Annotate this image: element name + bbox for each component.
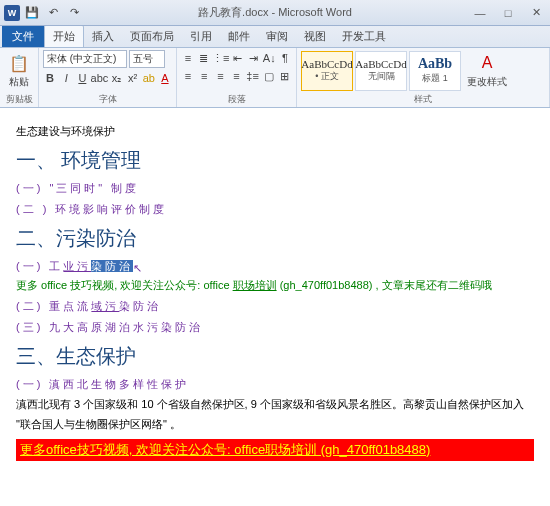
justify-icon[interactable]: ≡ — [229, 68, 243, 84]
styles-group-label: 样式 — [301, 93, 545, 107]
body-line: 生态建设与环境保护 — [16, 122, 534, 142]
tab-view[interactable]: 视图 — [296, 26, 334, 47]
group-styles: AaBbCcDd • 正文 AaBbCcDd 无间隔 AaBb 标题 1 A 更… — [297, 48, 550, 107]
heading-1: 一、 环境管理 — [16, 144, 534, 176]
ribbon: 📋 粘贴 剪贴板 宋体 (中文正文) 五号 B I U abc x₂ x² ab… — [0, 48, 550, 108]
page[interactable]: 生态建设与环境保护 一、 环境管理 (一) "三同时" 制度 (二 ) 环境影响… — [0, 108, 550, 506]
font-group-label: 字体 — [43, 93, 172, 107]
window-controls: — □ ✕ — [470, 5, 546, 21]
style-name: 标题 1 — [422, 72, 448, 85]
text-fragment: (三) 九大高原湖 — [16, 321, 119, 333]
multilevel-icon[interactable]: ⋮≡ — [213, 50, 229, 66]
tab-insert[interactable]: 插入 — [84, 26, 122, 47]
paste-button[interactable]: 📋 粘贴 — [4, 50, 34, 91]
window-title: 路凡教育.docx - Microsoft Word — [198, 5, 352, 20]
subheading: (一) "三同时" 制度 — [16, 178, 534, 199]
heading-2: 二、污染防治 — [16, 222, 534, 254]
show-marks-icon[interactable]: ¶ — [278, 50, 292, 66]
tab-mailings[interactable]: 邮件 — [220, 26, 258, 47]
group-clipboard: 📋 粘贴 剪贴板 — [0, 48, 39, 107]
change-styles-label: 更改样式 — [467, 75, 507, 89]
heading-3: 三、生态保护 — [16, 340, 534, 372]
text-fragment: 业污 — [63, 260, 91, 272]
quick-access-toolbar: W 💾 ↶ ↷ — [0, 4, 83, 22]
style-heading1[interactable]: AaBb 标题 1 — [409, 51, 461, 91]
align-right-icon[interactable]: ≡ — [213, 68, 227, 84]
style-no-spacing[interactable]: AaBbCcDd 无间隔 — [355, 51, 407, 91]
tab-file[interactable]: 文件 — [2, 26, 44, 47]
change-styles-button[interactable]: A 更改样式 — [463, 50, 511, 91]
selected-text: 染防治 — [91, 260, 133, 272]
paste-icon: 📋 — [8, 52, 30, 74]
tab-developer[interactable]: 开发工具 — [334, 26, 394, 47]
tab-review[interactable]: 审阅 — [258, 26, 296, 47]
promo-line: 更多 office 技巧视频, 欢迎关注公众号: office 职场培训 (gh… — [16, 276, 534, 296]
tab-references[interactable]: 引用 — [182, 26, 220, 47]
italic-icon[interactable]: I — [59, 70, 73, 86]
subheading: (三) 九大高原湖泊水污染防治 — [16, 317, 534, 338]
subheading-with-selection: (一) 工业污染防治↖ — [16, 256, 534, 277]
text-fragment: 域污 — [91, 300, 119, 312]
tab-home[interactable]: 开始 — [44, 25, 84, 47]
shading-icon[interactable]: ▢ — [262, 68, 276, 84]
align-left-icon[interactable]: ≡ — [181, 68, 195, 84]
title-bar: W 💾 ↶ ↷ 路凡教育.docx - Microsoft Word — □ ✕ — [0, 0, 550, 26]
word-app-icon[interactable]: W — [4, 5, 20, 21]
style-normal[interactable]: AaBbCcDd • 正文 — [301, 51, 353, 91]
mouse-cursor-icon: ↖ — [133, 258, 143, 272]
style-sample: AaBb — [418, 56, 452, 72]
text-fragment: (一) 滇西北生 — [16, 378, 105, 390]
text-fragment: (二) 重点流 — [16, 300, 91, 312]
paragraph-group-label: 段落 — [181, 93, 292, 107]
footer-promo-banner: 更多office技巧视频, 欢迎关注公众号: office职场培训 (gh_47… — [16, 439, 534, 461]
bullets-icon[interactable]: ≡ — [181, 50, 195, 66]
clipboard-group-label: 剪贴板 — [4, 93, 34, 107]
redo-icon[interactable]: ↷ — [65, 4, 83, 22]
numbering-icon[interactable]: ≣ — [197, 50, 211, 66]
font-color-icon[interactable]: A — [158, 70, 172, 86]
highlight-icon[interactable]: ab — [142, 70, 156, 86]
ribbon-tabs: 文件 开始 插入 页面布局 引用 邮件 审阅 视图 开发工具 — [0, 26, 550, 48]
subheading: (二) 重点流域污染防治 — [16, 296, 534, 317]
undo-icon[interactable]: ↶ — [44, 4, 62, 22]
indent-dec-icon[interactable]: ⇤ — [231, 50, 245, 66]
text-fragment: (gh_470ff01b8488) , 文章末尾还有二维码哦 — [277, 279, 492, 291]
style-sample: AaBbCcDd — [355, 58, 406, 70]
font-name-combo[interactable]: 宋体 (中文正文) — [43, 50, 127, 68]
text-fragment: 更多 office 技巧视频, 欢迎关注公众号: office — [16, 279, 233, 291]
indent-inc-icon[interactable]: ⇥ — [246, 50, 260, 66]
maximize-icon[interactable]: □ — [498, 5, 518, 21]
sort-icon[interactable]: A↓ — [262, 50, 276, 66]
style-name: 无间隔 — [368, 70, 395, 83]
superscript-icon[interactable]: x² — [126, 70, 140, 86]
underline-icon[interactable]: U — [75, 70, 89, 86]
font-size-combo[interactable]: 五号 — [129, 50, 165, 68]
paste-label: 粘贴 — [9, 75, 29, 89]
line-spacing-icon[interactable]: ‡≡ — [246, 68, 260, 84]
subheading: (二 ) 环境影响评价制度 — [16, 199, 534, 220]
tab-layout[interactable]: 页面布局 — [122, 26, 182, 47]
save-icon[interactable]: 💾 — [23, 4, 41, 22]
body-paragraph: 滇西北现有 3 个国家级和 10 个省级自然保护区, 9 个国家级和省级风景名胜… — [16, 395, 534, 435]
minimize-icon[interactable]: — — [470, 5, 490, 21]
group-font: 宋体 (中文正文) 五号 B I U abc x₂ x² ab A 字体 — [39, 48, 177, 107]
close-icon[interactable]: ✕ — [526, 5, 546, 21]
group-paragraph: ≡ ≣ ⋮≡ ⇤ ⇥ A↓ ¶ ≡ ≡ ≡ ≡ ‡≡ ▢ ⊞ 段落 — [177, 48, 297, 107]
subscript-icon[interactable]: x₂ — [109, 70, 123, 86]
promo-link[interactable]: 职场培训 — [233, 279, 277, 291]
subheading: (一) 滇西北生物多样性保护 — [16, 374, 534, 395]
text-fragment: (一) 工 — [16, 260, 63, 272]
align-center-icon[interactable]: ≡ — [197, 68, 211, 84]
borders-icon[interactable]: ⊞ — [278, 68, 292, 84]
document-area[interactable]: 生态建设与环境保护 一、 环境管理 (一) "三同时" 制度 (二 ) 环境影响… — [0, 108, 550, 506]
text-fragment: 染防治 — [119, 300, 161, 312]
change-styles-icon: A — [476, 52, 498, 74]
style-name: • 正文 — [315, 70, 339, 83]
text-fragment: 物多样性保护 — [105, 378, 189, 390]
strike-icon[interactable]: abc — [91, 70, 107, 86]
style-sample: AaBbCcDd — [301, 58, 352, 70]
bold-icon[interactable]: B — [43, 70, 57, 86]
text-fragment: 泊水污染防治 — [119, 321, 203, 333]
